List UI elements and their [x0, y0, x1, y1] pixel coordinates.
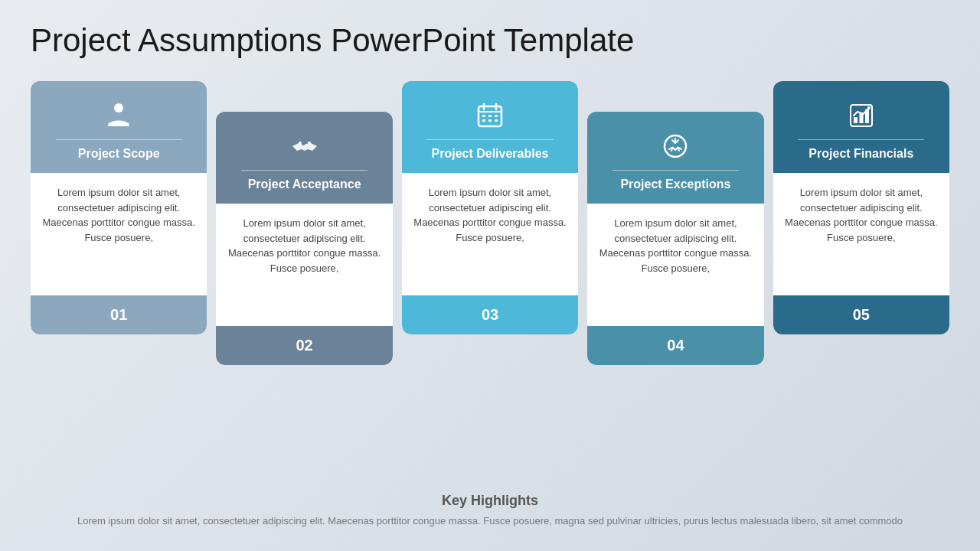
- svg-rect-8: [482, 115, 485, 117]
- card-3-header: Project Deliverables: [402, 81, 578, 173]
- card-1-text: Lorem ipsum dolor sit amet, consectetuer…: [41, 185, 196, 245]
- highlights-title: Key Highlights: [46, 493, 934, 509]
- calendar-icon: [476, 102, 504, 133]
- card-2-number: 02: [296, 337, 312, 354]
- card-project-exceptions: Project Exceptions Lorem ipsum dolor sit…: [587, 112, 763, 365]
- card-4-body: Lorem ipsum dolor sit amet, consectetuer…: [587, 204, 763, 326]
- card-5-title: Project Financials: [808, 146, 913, 162]
- cards-row: Project Scope Lorem ipsum dolor sit amet…: [31, 81, 949, 478]
- svg-point-2: [299, 142, 302, 145]
- card-5-footer: 05: [773, 295, 949, 334]
- page-title: Project Assumptions PowerPoint Template: [31, 23, 949, 58]
- card-4-title: Project Exceptions: [620, 177, 730, 193]
- card-5-text: Lorem ipsum dolor sit amet, consectetuer…: [784, 185, 939, 245]
- card-2-divider: [241, 170, 368, 171]
- card-4-text: Lorem ipsum dolor sit amet, consectetuer…: [598, 216, 753, 276]
- card-1-footer: 01: [31, 295, 207, 334]
- person-icon: [105, 102, 132, 133]
- card-5-divider: [798, 139, 924, 140]
- card-4-divider: [612, 170, 739, 171]
- card-5-number: 05: [853, 306, 870, 324]
- card-1-divider: [56, 139, 182, 140]
- card-project-acceptance: Project Acceptance Lorem ipsum dolor sit…: [216, 112, 392, 365]
- card-3-text: Lorem ipsum dolor sit amet, consectetuer…: [413, 185, 567, 245]
- chart-icon: [848, 102, 875, 133]
- handshake-icon: [291, 132, 318, 164]
- page-container: Project Assumptions PowerPoint Template …: [0, 0, 980, 551]
- card-3-title: Project Deliverables: [432, 146, 549, 162]
- card-2-title: Project Acceptance: [248, 177, 361, 193]
- card-4-header: Project Exceptions: [587, 112, 763, 204]
- card-project-scope: Project Scope Lorem ipsum dolor sit amet…: [31, 81, 207, 334]
- card-project-deliverables: Project Deliverables Lorem ipsum dolor s…: [402, 81, 578, 334]
- card-2-body: Lorem ipsum dolor sit amet, consectetuer…: [216, 204, 392, 326]
- card-1-title: Project Scope: [78, 146, 160, 162]
- svg-rect-0: [114, 103, 123, 112]
- svg-point-3: [308, 142, 311, 145]
- svg-rect-9: [488, 115, 492, 117]
- card-2-text: Lorem ipsum dolor sit amet, consectetuer…: [227, 216, 381, 276]
- card-3-footer: 03: [402, 295, 578, 334]
- card-5-body: Lorem ipsum dolor sit amet, consectetuer…: [773, 173, 949, 295]
- card-2-header: Project Acceptance: [216, 112, 392, 204]
- highlights-text: Lorem ipsum dolor sit amet, consectetuer…: [46, 514, 934, 529]
- card-2-footer: 02: [216, 326, 392, 365]
- svg-rect-10: [495, 115, 498, 117]
- svg-point-19: [867, 106, 871, 109]
- card-5-header: Project Financials: [773, 81, 949, 173]
- card-1-header: Project Scope: [31, 81, 207, 173]
- card-1-body: Lorem ipsum dolor sit amet, consectetuer…: [31, 173, 207, 295]
- highlights-section: Key Highlights Lorem ipsum dolor sit ame…: [31, 479, 949, 536]
- svg-rect-13: [495, 119, 498, 122]
- card-project-financials: Project Financials Lorem ipsum dolor sit…: [773, 81, 949, 334]
- card-3-body: Lorem ipsum dolor sit amet, consectetuer…: [402, 173, 578, 295]
- card-3-number: 03: [482, 306, 498, 324]
- svg-rect-12: [488, 119, 492, 122]
- card-3-divider: [426, 139, 553, 140]
- card-4-number: 04: [667, 337, 684, 354]
- recycle-icon: [662, 132, 689, 164]
- card-4-footer: 04: [587, 326, 763, 365]
- svg-rect-16: [854, 117, 858, 123]
- svg-rect-11: [482, 119, 485, 122]
- card-1-number: 01: [110, 306, 127, 324]
